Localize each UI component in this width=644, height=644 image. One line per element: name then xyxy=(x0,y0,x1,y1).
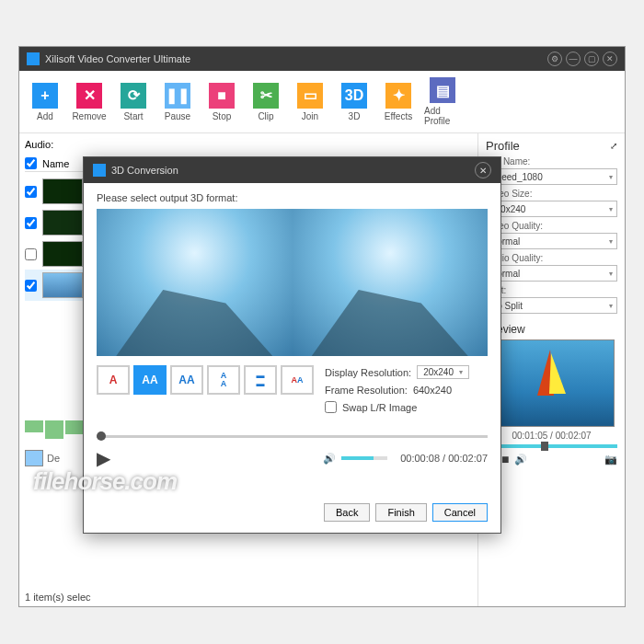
dialog-title: 3D Conversion xyxy=(111,165,178,176)
display-resolution-select[interactable]: 20x240 xyxy=(417,365,469,379)
swap-lr-checkbox[interactable] xyxy=(325,401,337,413)
pause-icon: ❚❚ xyxy=(165,83,190,109)
modal-play-icon[interactable]: ▶ xyxy=(97,447,110,469)
stop-button[interactable]: ■Stop xyxy=(203,83,240,121)
file-name-field[interactable]: Speed_1080 xyxy=(486,168,617,185)
preview-controls: ▶ ■ 🔊 📷 xyxy=(486,452,617,466)
split-label: Split: xyxy=(486,285,617,295)
name-column-label: Name xyxy=(42,158,69,169)
minimize-icon[interactable]: — xyxy=(566,52,581,66)
start-button[interactable]: ⟳Start xyxy=(115,83,152,121)
dialog-titlebar: 3D Conversion ✕ xyxy=(84,157,500,183)
split-select[interactable]: No Split xyxy=(486,297,617,314)
status-bar: 1 item(s) selec xyxy=(25,592,91,603)
remove-button[interactable]: ✕Remove xyxy=(71,83,108,121)
audio-quality-select[interactable]: Normal xyxy=(486,265,617,282)
maximize-icon[interactable]: ▢ xyxy=(584,52,599,66)
3d-icon: 3D xyxy=(341,83,367,109)
clip-icon: ✂ xyxy=(253,83,279,109)
video-quality-select[interactable]: Normal xyxy=(486,233,617,249)
swap-lr-label: Swap L/R Image xyxy=(342,402,417,413)
video-size-label: Video Size: xyxy=(486,189,617,199)
volume-icon[interactable]: 🔊 xyxy=(514,454,527,466)
format-sbs-half[interactable]: AA xyxy=(170,365,203,395)
pause-button[interactable]: ❚❚Pause xyxy=(159,83,196,121)
select-all-checkbox[interactable] xyxy=(25,157,37,169)
window-title: Xilisoft Video Converter Ultimate xyxy=(45,53,190,64)
destination-label: De xyxy=(47,453,60,464)
preview-time: 00:01:05 / 00:02:07 xyxy=(486,431,617,441)
frame-resolution-label: Frame Resolution: xyxy=(325,385,408,396)
add-button[interactable]: +Add xyxy=(27,83,63,121)
effects-button[interactable]: ✦Effects xyxy=(380,83,417,121)
format-buttons: A AA AA AA ▬▬ AA xyxy=(97,365,314,419)
audio-label: Audio: xyxy=(25,139,53,150)
join-button[interactable]: ▭Join xyxy=(292,83,328,121)
thumbnail xyxy=(42,272,83,298)
remove-icon: ✕ xyxy=(76,83,102,109)
item-checkbox[interactable] xyxy=(25,217,37,229)
file-name-label: File Name: xyxy=(486,156,617,167)
stop-icon: ■ xyxy=(209,83,235,109)
app-icon xyxy=(27,52,40,65)
audio-row: Audio: xyxy=(25,139,472,150)
effects-icon: ✦ xyxy=(385,83,411,109)
finish-button[interactable]: Finish xyxy=(375,503,426,522)
thumbnail xyxy=(42,241,83,267)
watermark: filehorse.com xyxy=(33,467,177,496)
add-icon: + xyxy=(32,83,58,109)
video-size-select[interactable]: 320x240 xyxy=(486,201,617,217)
item-checkbox[interactable] xyxy=(25,248,37,260)
item-checkbox[interactable] xyxy=(25,186,37,198)
expand-icon[interactable]: ⤢ xyxy=(610,141,617,151)
snapshot-icon[interactable]: 📷 xyxy=(604,454,617,466)
video-quality-label: Video Quality: xyxy=(486,221,617,231)
modal-time: 00:00:08 / 00:02:07 xyxy=(400,453,488,464)
audio-quality-label: Audio Quality: xyxy=(486,253,617,263)
profile-header[interactable]: Profile ⤢ xyxy=(486,139,617,153)
settings-icon[interactable]: ⚙ xyxy=(547,52,562,66)
preview-slider[interactable] xyxy=(486,444,617,448)
thumbnail xyxy=(42,210,83,236)
format-mixed[interactable]: AA xyxy=(281,365,314,395)
add profile-icon: ▤ xyxy=(430,77,455,103)
close-icon[interactable]: ✕ xyxy=(603,52,617,66)
modal-volume-slider[interactable] xyxy=(341,456,387,460)
3d-button[interactable]: 3D3D xyxy=(336,83,373,121)
back-button[interactable]: Back xyxy=(324,503,370,522)
display-resolution-label: Display Resolution: xyxy=(325,367,411,378)
dialog-close-icon[interactable]: ✕ xyxy=(475,162,491,178)
preview-header: Preview xyxy=(486,323,617,336)
format-tb-half[interactable]: ▬▬ xyxy=(244,365,277,395)
add-profile-button[interactable]: ▤Add Profile xyxy=(424,77,461,126)
toolbar: +Add✕Remove⟳Start❚❚Pause■Stop✂Clip▭Join3… xyxy=(19,71,625,133)
format-sbs-full[interactable]: AA xyxy=(133,365,167,395)
cancel-button[interactable]: Cancel xyxy=(432,503,488,522)
modal-seek-slider[interactable] xyxy=(97,435,488,438)
join-icon: ▭ xyxy=(297,83,323,109)
dialog-prompt: Please select output 3D format: xyxy=(97,192,488,203)
item-checkbox[interactable] xyxy=(25,280,37,292)
thumbnail xyxy=(42,178,83,204)
preview-video[interactable] xyxy=(486,339,615,427)
3d-preview xyxy=(97,209,488,356)
dialog-icon xyxy=(93,164,106,177)
start-icon: ⟳ xyxy=(121,83,146,109)
titlebar: Xilisoft Video Converter Ultimate ⚙ — ▢ … xyxy=(19,47,625,71)
clip-button[interactable]: ✂Clip xyxy=(247,83,284,121)
folder-icon[interactable] xyxy=(25,450,43,466)
stop-icon[interactable]: ■ xyxy=(501,452,509,466)
modal-volume-icon[interactable]: 🔊 xyxy=(323,453,336,465)
format-tb-full[interactable]: AA xyxy=(207,365,240,395)
format-anaglyph[interactable]: A xyxy=(97,365,130,395)
frame-resolution-value: 640x240 xyxy=(413,385,452,396)
